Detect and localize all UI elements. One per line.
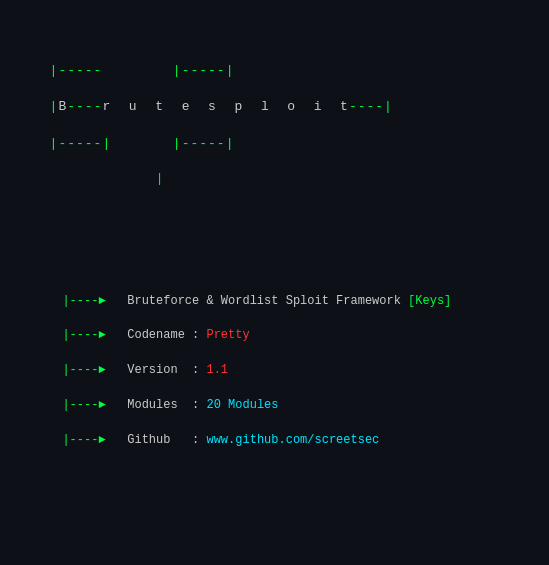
logo-line-1: |----- |-----| [41,63,235,78]
logo-line-2: |B----r u t e s p l o i t----| [41,99,393,114]
logo-line-3: |-----| |-----| [41,136,235,151]
logo-section: |----- |-----| |B----r u t e s p l o i t… [12,45,537,223]
info-line-3: |----► Version : 1.1 [41,363,228,377]
info-line-1: |----► Bruteforce & Wordlist Sploit Fram… [41,294,452,308]
info-section: |----► Bruteforce & Wordlist Sploit Fram… [12,275,537,484]
info-line-4: |----► Modules : 20 Modules [41,398,279,412]
terminal-window: |----- |-----| |B----r u t e s p l o i t… [12,10,537,565]
logo-line-4: | [41,172,163,186]
info-line-2: |----► Codename : Pretty [41,328,250,342]
info-line-5: |----► Github : www.github.com/screetsec [41,433,379,447]
